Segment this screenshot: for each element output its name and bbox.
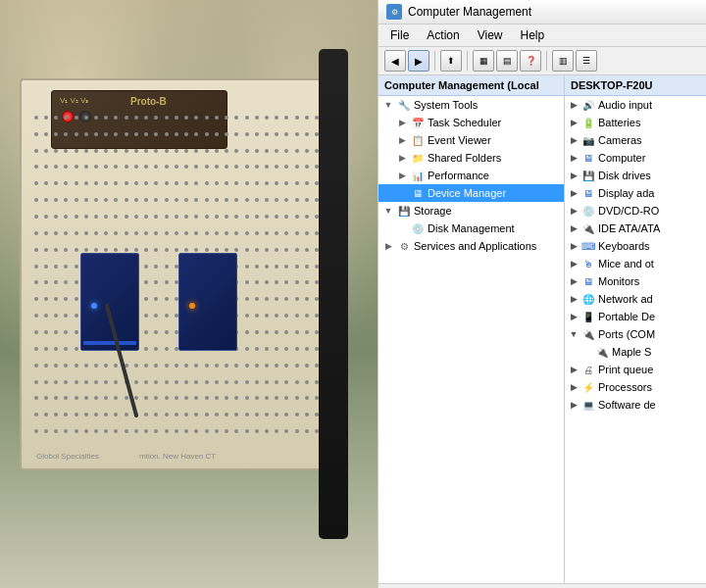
- detail-arrow-cameras[interactable]: ▶: [569, 134, 579, 146]
- detail-item-batteries[interactable]: ▶🔋Batteries: [565, 114, 706, 131]
- detail-label-monitors: Monitors: [598, 275, 639, 287]
- detail-arrow-ports-com[interactable]: ▼: [569, 328, 579, 340]
- detail-arrow-monitors[interactable]: ▶: [569, 275, 579, 287]
- detail-label-ide-ata: IDE ATA/ATA: [598, 222, 660, 234]
- detail-arrow-network-ad[interactable]: ▶: [569, 293, 579, 305]
- tree-expand-event-viewer[interactable]: ▶: [396, 134, 408, 146]
- tree-label-task-scheduler: Task Scheduler: [428, 117, 501, 128]
- detail-item-audio-input[interactable]: ▶🔊Audio input: [565, 96, 706, 114]
- detail-item-dvd-cdrom[interactable]: ▶💿DVD/CD-RO: [565, 202, 706, 220]
- detail-label-ports-com: Ports (COM: [598, 328, 655, 340]
- detail-icon-dvd-cdrom: 💿: [581, 204, 595, 218]
- detail-icon-portable-de: 📱: [581, 310, 595, 323]
- detail-arrow-dvd-cdrom[interactable]: ▶: [569, 205, 579, 217]
- toolbar-grid1[interactable]: ▥: [552, 50, 574, 72]
- menu-help[interactable]: Help: [513, 26, 553, 44]
- detail-item-disk-drives[interactable]: ▶💾Disk drives: [565, 167, 706, 184]
- detail-item-ide-ata[interactable]: ▶🔌IDE ATA/ATA: [565, 220, 706, 237]
- detail-label-print-queue: Print queue: [598, 364, 653, 375]
- detail-icon-disk-drives: 💾: [581, 169, 595, 182]
- tree-item-shared-folders[interactable]: ▶📁Shared Folders: [378, 149, 564, 167]
- detail-arrow-computer[interactable]: ▶: [569, 152, 579, 164]
- detail-label-maple-s: Maple S: [612, 346, 651, 358]
- toolbar-grid2[interactable]: ☰: [576, 50, 597, 72]
- detail-item-maple-s[interactable]: 🔌Maple S: [565, 343, 706, 361]
- tree-label-performance: Performance: [428, 170, 489, 181]
- detail-arrow-print-queue[interactable]: ▶: [569, 364, 579, 375]
- detail-arrow-processors[interactable]: ▶: [569, 381, 579, 393]
- detail-arrow-audio-input[interactable]: ▶: [569, 99, 579, 111]
- detail-icon-batteries: 🔋: [581, 116, 595, 129]
- detail-item-processors[interactable]: ▶⚡Processors: [565, 378, 706, 396]
- tree-expand-disk-management: [396, 222, 408, 234]
- led-blue-left: [91, 303, 97, 309]
- detail-arrow-portable-de[interactable]: ▶: [569, 311, 579, 322]
- tree-item-performance[interactable]: ▶📊Performance: [378, 167, 564, 184]
- windows-section: ⚙ Computer Management File Action View H…: [378, 0, 706, 588]
- tree-item-event-viewer[interactable]: ▶📋Event Viewer: [378, 131, 564, 149]
- detail-arrow-disk-drives[interactable]: ▶: [569, 170, 579, 181]
- arduino-left: [80, 253, 139, 351]
- tree-icon-services-apps: ⚙: [397, 239, 411, 253]
- detail-arrow-mice[interactable]: ▶: [569, 258, 579, 270]
- toolbar-sep3: [546, 51, 547, 71]
- detail-label-batteries: Batteries: [598, 117, 640, 128]
- tree-expand-performance[interactable]: ▶: [396, 170, 408, 181]
- detail-icon-mice: 🖱: [581, 257, 595, 270]
- detail-arrow-ide-ata[interactable]: ▶: [569, 222, 579, 234]
- tree-icon-storage: 💾: [397, 204, 411, 218]
- detail-label-audio-input: Audio input: [598, 99, 652, 111]
- tree-icon-shared-folders: 📁: [411, 151, 425, 165]
- toolbar-back[interactable]: ◀: [384, 50, 406, 72]
- detail-item-cameras[interactable]: ▶📷Cameras: [565, 131, 706, 149]
- tree-item-services-apps[interactable]: ▶⚙Services and Applications: [378, 237, 564, 255]
- menu-action[interactable]: Action: [419, 26, 467, 44]
- detail-item-computer[interactable]: ▶🖥Computer: [565, 149, 706, 167]
- tree-expand-services-apps[interactable]: ▶: [382, 240, 394, 252]
- detail-label-portable-de: Portable De: [598, 311, 655, 322]
- detail-arrow-software-de[interactable]: ▶: [569, 399, 579, 411]
- tree-icon-performance: 📊: [411, 169, 425, 182]
- tree-expand-shared-folders[interactable]: ▶: [396, 152, 408, 164]
- tree-expand-system-tools[interactable]: ▼: [382, 99, 394, 111]
- tree-item-task-scheduler[interactable]: ▶📅Task Scheduler: [378, 114, 564, 131]
- tree-item-storage[interactable]: ▼💾Storage: [378, 202, 564, 220]
- toolbar-show-hide[interactable]: ▦: [473, 50, 494, 72]
- tree-expand-task-scheduler[interactable]: ▶: [396, 117, 408, 128]
- menu-view[interactable]: View: [470, 26, 511, 44]
- detail-icon-keyboards: ⌨: [581, 239, 595, 253]
- detail-arrow-batteries[interactable]: ▶: [569, 117, 579, 128]
- detail-item-print-queue[interactable]: ▶🖨Print queue: [565, 361, 706, 378]
- tree-expand-storage[interactable]: ▼: [382, 205, 394, 217]
- detail-label-computer: Computer: [598, 152, 645, 164]
- toolbar: ◀ ▶ ⬆ ▦ ▤ ❓ ▥ ☰: [378, 47, 706, 75]
- detail-icon-network-ad: 🌐: [581, 292, 595, 306]
- detail-icon-processors: ⚡: [581, 380, 595, 394]
- detail-arrow-keyboards[interactable]: ▶: [569, 240, 579, 252]
- tree-header: Computer Management (Local: [378, 75, 564, 96]
- detail-item-keyboards[interactable]: ▶⌨Keyboards: [565, 237, 706, 255]
- tree-item-disk-management[interactable]: 💿Disk Management: [378, 220, 564, 237]
- details-header: DESKTOP-F20U: [565, 75, 706, 96]
- detail-icon-software-de: 💻: [581, 398, 595, 412]
- detail-item-display-ada[interactable]: ▶🖥Display ada: [565, 184, 706, 202]
- detail-item-monitors[interactable]: ▶🖥Monitors: [565, 272, 706, 290]
- toolbar-help[interactable]: ❓: [520, 50, 541, 72]
- detail-item-software-de[interactable]: ▶💻Software de: [565, 396, 706, 414]
- details-container: ▶🔊Audio input▶🔋Batteries▶📷Cameras▶🖥Compu…: [565, 96, 706, 414]
- detail-item-network-ad[interactable]: ▶🌐Network ad: [565, 290, 706, 308]
- tree-icon-system-tools: 🔧: [397, 98, 411, 112]
- tree-item-system-tools[interactable]: ▼🔧System Tools: [378, 96, 564, 114]
- tree-item-device-manager[interactable]: 🖥Device Manager: [378, 184, 564, 202]
- detail-item-ports-com[interactable]: ▼🔌Ports (COM: [565, 325, 706, 343]
- detail-icon-maple-s: 🔌: [595, 345, 609, 359]
- toolbar-forward[interactable]: ▶: [408, 50, 429, 72]
- menu-file[interactable]: File: [382, 26, 417, 44]
- tree-label-event-viewer: Event Viewer: [428, 134, 491, 146]
- detail-item-mice[interactable]: ▶🖱Mice and ot: [565, 255, 706, 272]
- toolbar-up[interactable]: ⬆: [440, 50, 462, 72]
- detail-arrow-display-ada[interactable]: ▶: [569, 187, 579, 199]
- detail-item-portable-de[interactable]: ▶📱Portable De: [565, 308, 706, 325]
- toolbar-properties[interactable]: ▤: [496, 50, 518, 72]
- tree-container: ▼🔧System Tools▶📅Task Scheduler▶📋Event Vi…: [378, 96, 564, 255]
